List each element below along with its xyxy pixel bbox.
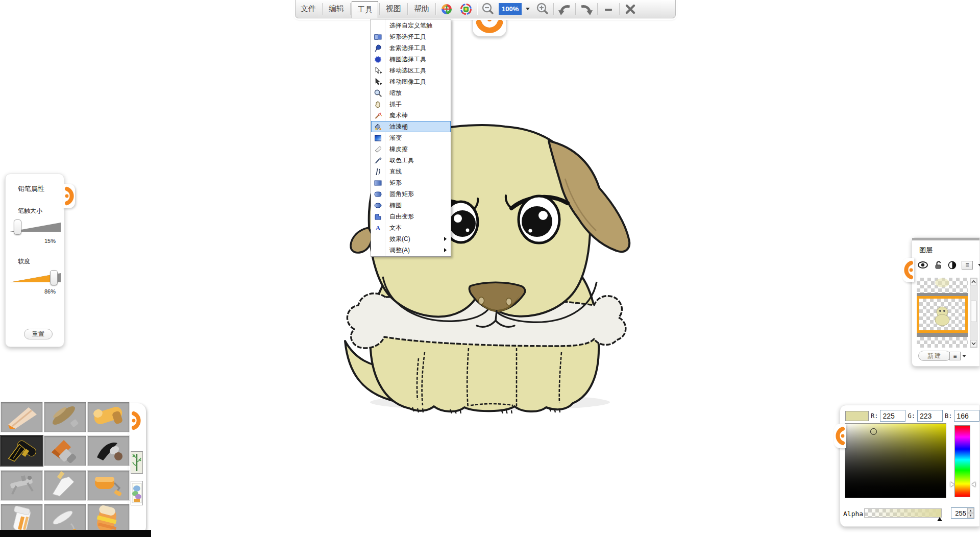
hue-marker-left-icon[interactable]	[950, 482, 954, 487]
menu-item-effects[interactable]: 效果(C)	[371, 233, 451, 245]
divider	[350, 3, 351, 15]
brush-panel-collapse-tab[interactable]	[130, 408, 143, 433]
softness-slider[interactable]	[6, 269, 64, 286]
move-selection-icon	[371, 66, 385, 75]
brush-ink-brush[interactable]	[88, 436, 129, 466]
redo-arrow-icon	[579, 2, 594, 17]
menu-item-eraser[interactable]: 橡皮擦	[371, 143, 451, 155]
menu-item-magic-wand[interactable]: 魔术棒	[371, 110, 451, 121]
menu-edit[interactable]: 编辑	[324, 0, 349, 18]
menu-item-free-transform[interactable]: 自由变形	[371, 211, 451, 222]
alpha-slider[interactable]	[864, 508, 942, 518]
brush-fountain-pen[interactable]	[1, 436, 42, 466]
layers-bottom-menu-button[interactable]: ≡	[949, 352, 961, 360]
chevron-down-icon	[971, 342, 976, 345]
layer-list	[917, 278, 968, 348]
menu-item-hand-tool[interactable]: 抓手	[371, 99, 451, 110]
alpha-decrement-button[interactable]: ▼	[967, 513, 974, 518]
divider	[407, 3, 408, 15]
b-input[interactable]	[954, 410, 979, 422]
scrollbar-thumb[interactable]	[971, 301, 976, 322]
brush-flat-brush[interactable]	[44, 436, 86, 466]
alpha-slider-marker-icon[interactable]	[937, 517, 942, 521]
app-logo-icon-1	[437, 0, 456, 18]
hue-marker-right-icon[interactable]	[972, 482, 975, 487]
layers-bottom-dropdown-arrow-icon[interactable]	[962, 355, 966, 357]
close-button[interactable]	[621, 0, 640, 18]
scroll-up-button[interactable]	[970, 278, 977, 285]
menu-item-rounded-rectangle[interactable]: 圆角矩形	[371, 188, 451, 200]
brush-paint-roller[interactable]	[88, 471, 129, 500]
menu-item-ellipse-select[interactable]: 椭圆选择工具	[371, 54, 451, 65]
menu-file[interactable]: 文件	[296, 0, 321, 18]
menu-item-ellipse[interactable]: 椭圆	[371, 200, 451, 211]
undo-button[interactable]	[555, 0, 574, 18]
color-picker-panel: R: G: B: Alpha ▲ ▼	[840, 405, 980, 527]
brush-crayon[interactable]	[88, 402, 129, 432]
picture-stamp-thumbnail[interactable]	[131, 481, 143, 505]
picture-stamp-icon	[131, 481, 142, 505]
softness-slider-handle[interactable]	[50, 270, 58, 285]
redo-button[interactable]	[577, 0, 596, 18]
rectangle-icon	[371, 179, 385, 187]
ellipse-icon	[371, 201, 385, 210]
menu-item-gradient[interactable]: 渐变	[371, 132, 451, 143]
layer-item-top[interactable]	[917, 278, 968, 296]
brush-wood-brush[interactable]	[44, 402, 86, 432]
minimize-button[interactable]	[599, 0, 618, 18]
menu-item-adjust[interactable]: 调整(A)	[371, 245, 451, 256]
color-picker-collapse-tab[interactable]	[834, 424, 846, 448]
zoom-dropdown-arrow-icon[interactable]	[526, 8, 530, 10]
brush-size-slider[interactable]	[6, 218, 64, 236]
layers-panel: 图层 ≡	[912, 237, 980, 367]
unlock-padlock-icon[interactable]	[934, 260, 943, 270]
menu-help[interactable]: 帮助	[409, 0, 434, 18]
bamboo-stamp-thumbnail[interactable]	[131, 451, 143, 474]
menu-item-line[interactable]: 直线	[371, 166, 451, 177]
menu-item-paint-bucket[interactable]: 油漆桶	[371, 121, 451, 132]
paint-bucket-icon	[371, 123, 385, 131]
reset-button[interactable]: 重置	[24, 329, 53, 339]
visibility-eye-icon[interactable]	[917, 261, 928, 269]
layer-options-dropdown-arrow-icon[interactable]	[978, 264, 980, 266]
menu-item-move-image[interactable]: 移动图像工具	[371, 76, 451, 87]
zoom-in-button[interactable]	[533, 0, 552, 18]
menu-item-zoom-tool[interactable]: 缩放	[371, 87, 451, 99]
menu-tools[interactable]: 工具	[352, 1, 378, 18]
menu-item-rectangle[interactable]: 矩形	[371, 177, 451, 188]
zoom-level-value[interactable]: 100%	[499, 3, 522, 15]
brush-size-slider-handle[interactable]	[14, 219, 21, 235]
layer-options-menu-button[interactable]: ≡	[962, 261, 973, 270]
color-cursor[interactable]	[870, 428, 877, 435]
menu-view[interactable]: 视图	[381, 0, 406, 18]
layers-panel-collapse-tab[interactable]	[902, 258, 914, 282]
alpha-input[interactable]	[951, 508, 967, 518]
brush-airbrush[interactable]	[1, 471, 42, 500]
opacity-half-circle-icon[interactable]	[948, 261, 957, 270]
layer-item-bottom[interactable]	[917, 333, 968, 348]
menu-item-text[interactable]: A 文本	[371, 222, 451, 233]
brush-palette-knife[interactable]	[44, 471, 86, 500]
close-icon	[624, 3, 636, 15]
layer-thumbnail-dog	[919, 299, 965, 330]
hue-bar[interactable]	[954, 425, 970, 497]
saturation-value-gradient[interactable]	[845, 423, 946, 498]
g-input[interactable]	[917, 410, 943, 422]
menu-item-color-sampler[interactable]: 取色工具	[371, 155, 451, 166]
lasso-icon	[371, 44, 385, 53]
pencil-panel-collapse-tab[interactable]	[63, 184, 75, 208]
layer-item-selected[interactable]	[917, 296, 968, 333]
menu-item-move-selection[interactable]: 移动选区工具	[371, 65, 451, 76]
new-layer-button[interactable]: 新建	[918, 351, 951, 361]
r-input[interactable]	[880, 410, 905, 422]
scroll-down-button[interactable]	[970, 340, 977, 347]
menu-item-select-custom-brush[interactable]: 选择自定义笔触	[371, 20, 451, 31]
brush-pencil-tip[interactable]	[1, 402, 42, 432]
menu-item-rect-select[interactable]: 矩形选择工具	[371, 31, 451, 42]
toolbar-collapse-tab[interactable]	[472, 15, 507, 37]
bottom-edge-bar	[0, 530, 151, 537]
alpha-increment-button[interactable]: ▲	[967, 508, 974, 513]
zoom-out-button[interactable]	[478, 0, 498, 18]
menu-item-lasso-select[interactable]: 套索选择工具	[371, 42, 451, 54]
layer-list-scrollbar[interactable]	[970, 278, 977, 348]
